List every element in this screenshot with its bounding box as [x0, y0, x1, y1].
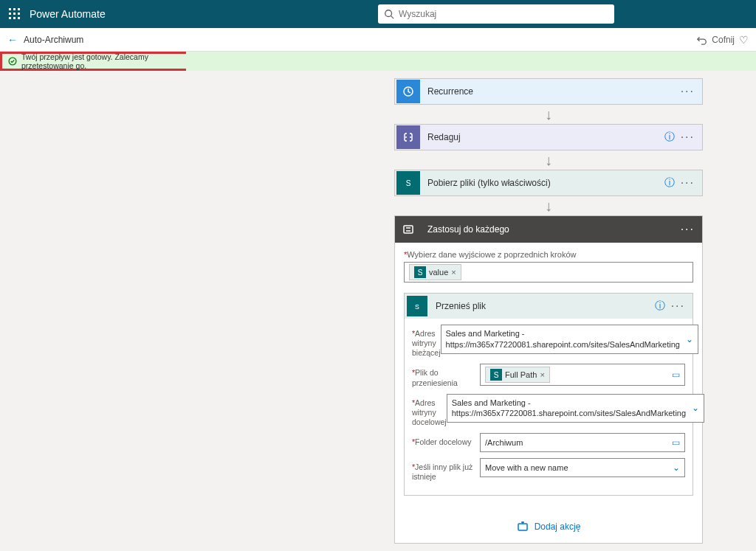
step-getfiles-help-icon[interactable]: ⓘ	[664, 176, 675, 190]
compose-icon	[396, 125, 420, 149]
step-getfiles-title: Pobierz pliki (tylko właściwości)	[422, 178, 664, 188]
svg-text:S: S	[406, 179, 411, 187]
label-folder: Folder docelowy	[415, 437, 471, 446]
svg-rect-16	[518, 524, 527, 530]
svg-rect-8	[18, 17, 20, 19]
label-site-current: Adres witryny bieżącej	[412, 329, 441, 357]
sharepoint-icon: S	[396, 171, 420, 195]
svg-rect-1	[13, 8, 16, 10]
token-sharepoint-icon: S	[490, 369, 502, 381]
step-getfiles-menu[interactable]: ···	[681, 176, 695, 190]
svg-point-9	[385, 10, 392, 17]
action-move-file-header[interactable]: S Przenieś plik ⓘ ···	[405, 294, 693, 319]
step-recurrence-title: Recurrence	[422, 86, 681, 97]
label-overwrite: Jeśli inny plik już istnieje	[412, 462, 472, 481]
field-site-current-value: Sales and Marketing - https://m365x77220…	[446, 328, 680, 350]
token-fullpath-label: Full Path	[505, 370, 537, 379]
search-input[interactable]	[399, 9, 608, 19]
search-icon	[384, 9, 394, 19]
chevron-down-icon[interactable]: ⌄	[673, 462, 680, 473]
svg-rect-14	[404, 226, 413, 233]
action-move-file-menu[interactable]: ···	[671, 299, 685, 313]
chevron-down-icon[interactable]: ⌄	[686, 333, 693, 345]
svg-rect-5	[18, 13, 20, 15]
arrow-down-icon: ↓	[394, 196, 703, 215]
field-file[interactable]: S Full Path × ▭	[480, 364, 685, 386]
svg-rect-0	[9, 8, 11, 10]
waffle-icon[interactable]	[9, 8, 21, 20]
back-arrow-icon[interactable]: ←	[7, 34, 18, 46]
token-value[interactable]: S value ×	[409, 264, 461, 280]
step-compose-title: Redaguj	[422, 132, 664, 142]
field-folder-value: /Archiwum	[485, 438, 523, 447]
step-recurrence-menu[interactable]: ···	[681, 85, 695, 98]
folder-picker-icon[interactable]: ▭	[672, 437, 680, 448]
banner-message: Twój przepływ jest gotowy. Zalecamy prze…	[21, 52, 180, 70]
token-label: value	[429, 268, 448, 277]
undo-icon[interactable]	[697, 35, 707, 45]
loop-header[interactable]: Zastosuj do każdego ···	[395, 216, 702, 243]
label-file: Plik do przeniesienia	[412, 368, 458, 387]
loop-menu[interactable]: ···	[681, 223, 695, 236]
step-recurrence[interactable]: Recurrence ···	[394, 78, 703, 105]
loop-select-label: Wybierz dane wyjściowe z poprzednich kro…	[407, 250, 576, 259]
field-folder[interactable]: /Archiwum ▭	[480, 433, 685, 452]
step-getfiles[interactable]: S Pobierz pliki (tylko właściwości) ⓘ ··…	[394, 170, 703, 196]
arrow-down-icon	[404, 496, 693, 505]
undo-label[interactable]: Cofnij	[712, 35, 735, 45]
action-move-file: S Przenieś plik ⓘ ··· *Adres witryny bie…	[404, 293, 693, 496]
action-move-file-title: Przenieś plik	[430, 301, 655, 311]
step-compose-help-icon[interactable]: ⓘ	[664, 131, 675, 144]
add-action-button[interactable]: Dodaj akcję	[404, 521, 693, 533]
token-remove-icon[interactable]: ×	[540, 370, 544, 379]
loop-title: Zastosuj do każdego	[422, 224, 681, 235]
step-compose-menu[interactable]: ···	[681, 131, 695, 144]
field-overwrite[interactable]: Move with a new name ⌄	[480, 458, 685, 477]
recurrence-icon	[396, 80, 420, 103]
arrow-down-icon: ↓	[394, 150, 703, 170]
step-compose[interactable]: Redaguj ⓘ ···	[394, 124, 703, 150]
svg-line-10	[391, 16, 394, 19]
svg-text:S: S	[415, 303, 419, 311]
svg-rect-4	[13, 13, 16, 15]
folder-picker-icon[interactable]: ▭	[672, 370, 680, 380]
search-input-wrap[interactable]	[378, 4, 614, 24]
svg-rect-2	[18, 8, 20, 10]
loop-icon	[396, 218, 420, 241]
field-site-dest[interactable]: Sales and Marketing - https://m365x77220…	[447, 394, 704, 423]
token-sharepoint-icon: S	[414, 266, 426, 278]
field-site-current[interactable]: Sales and Marketing - https://m365x77220…	[441, 325, 698, 354]
flow-name: Auto-Archiwum	[24, 35, 83, 45]
svg-rect-6	[9, 17, 11, 19]
success-check-icon	[8, 57, 17, 66]
label-site-dest: Adres witryny docelowej	[412, 398, 447, 426]
token-fullpath[interactable]: S Full Path ×	[485, 367, 550, 383]
chevron-down-icon[interactable]: ⌄	[692, 402, 699, 414]
svg-rect-3	[9, 13, 11, 15]
field-site-dest-value: Sales and Marketing - https://m365x77220…	[452, 398, 686, 420]
action-move-file-help-icon[interactable]: ⓘ	[655, 299, 665, 313]
arrow-down-icon: ↓	[394, 105, 703, 124]
app-title: Power Automate	[30, 8, 106, 20]
token-remove-icon[interactable]: ×	[451, 268, 456, 277]
step-apply-to-each: Zastosuj do każdego ··· *Wybierz dane wy…	[394, 215, 703, 544]
ready-banner: Twój przepływ jest gotowy. Zalecamy prze…	[0, 52, 186, 71]
loop-select-input[interactable]: S value ×	[404, 262, 693, 283]
help-icon[interactable]: ♡	[739, 34, 749, 46]
add-action-label: Dodaj akcję	[535, 521, 581, 532]
field-overwrite-value: Move with a new name	[485, 463, 568, 472]
svg-rect-7	[13, 17, 16, 19]
sharepoint-icon: S	[407, 296, 427, 316]
